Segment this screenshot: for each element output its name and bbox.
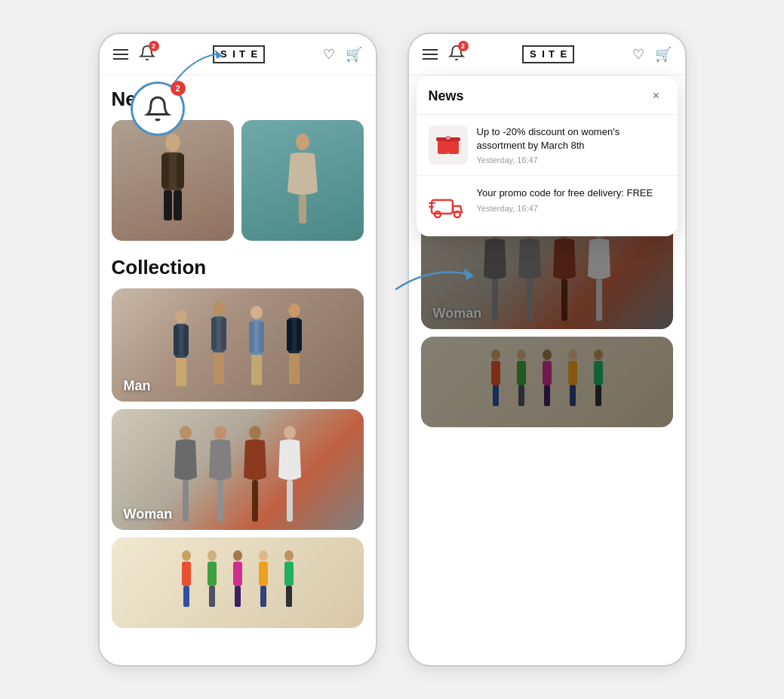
right-logo: S I T E [522,45,574,63]
svg-rect-3 [177,154,184,188]
svg-rect-28 [287,319,292,351]
svg-rect-91 [517,361,526,385]
svg-rect-30 [289,353,294,384]
svg-rect-51 [237,586,241,607]
annotation-badge: 2 [171,81,186,96]
wishlist-icon[interactable]: ♡ [323,46,335,63]
svg-rect-57 [284,562,294,586]
men-collection-label: Man [124,378,151,394]
svg-rect-4 [164,190,172,220]
svg-rect-101 [572,385,576,406]
svg-rect-87 [491,361,500,385]
svg-point-36 [249,426,261,439]
svg-rect-47 [211,586,215,607]
svg-rect-39 [287,480,293,522]
news-item-1-time: Yesterday, 16:47 [477,156,666,165]
news-item-2-text: Your promo code for free delivery: FREE … [477,186,666,212]
news-close-button[interactable]: × [647,87,666,105]
svg-point-94 [543,350,552,360]
new-product-woman[interactable] [241,120,364,241]
svg-rect-12 [176,358,181,386]
svg-rect-41 [182,562,191,586]
svg-rect-29 [297,319,302,351]
svg-rect-83 [561,279,567,321]
svg-marker-61 [464,269,474,280]
svg-rect-24 [251,355,257,385]
left-content: New [100,75,376,648]
right-hamburger-icon[interactable] [423,49,438,60]
svg-rect-10 [174,325,179,356]
svg-point-48 [233,550,242,561]
news-item-1-title: Up to -20% discount on women's assortmen… [477,125,666,152]
right-phone: 2 S I T E ♡ 🛒 [407,32,687,667]
svg-rect-79 [492,279,498,321]
new-products-grid [112,120,364,241]
bell-button[interactable]: 2 [139,45,155,64]
gift-icon [429,125,468,165]
svg-point-52 [259,550,268,561]
svg-rect-2 [161,154,169,188]
women-collection-card[interactable]: Woman [112,409,364,530]
annotation-overlay: 2 [131,82,185,136]
svg-rect-53 [259,562,268,586]
svg-rect-49 [233,562,242,586]
news-panel: News × Up to -20% di [417,76,678,236]
svg-point-90 [517,350,526,360]
svg-rect-19 [219,353,224,384]
svg-rect-43 [186,586,189,607]
svg-point-38 [284,426,296,439]
svg-rect-59 [288,586,292,607]
svg-point-86 [491,350,500,360]
svg-point-113 [454,211,460,217]
svg-rect-106 [438,140,448,154]
svg-rect-93 [521,385,524,406]
news-panel-title: News [429,88,464,104]
new-product-man[interactable] [112,120,234,241]
header-right-group: ♡ 🛒 [323,46,362,63]
right-bell-button[interactable]: 2 [448,45,465,64]
right-notification-badge: 2 [458,41,469,51]
svg-rect-105 [598,385,601,406]
svg-marker-60 [215,50,223,59]
svg-point-0 [165,134,180,152]
news-item-2[interactable]: Your promo code for free delivery: FREE … [417,175,678,236]
hamburger-icon[interactable] [113,49,128,60]
left-header: 2 S I T E ♡ 🛒 [100,34,376,75]
svg-point-44 [208,550,217,561]
svg-rect-111 [432,200,453,214]
svg-point-14 [213,302,225,316]
svg-rect-37 [252,480,258,522]
svg-point-34 [214,426,226,439]
svg-rect-16 [211,318,217,350]
svg-rect-33 [183,480,189,522]
svg-point-110 [446,135,450,140]
cart-icon[interactable]: 🛒 [346,46,362,63]
svg-point-26 [288,303,300,317]
right-wishlist-icon[interactable]: ♡ [632,46,644,63]
svg-rect-18 [214,353,219,384]
truck-icon [429,186,468,226]
kids-collection-card[interactable] [112,537,364,628]
news-item-2-time: Yesterday, 16:47 [477,204,666,213]
svg-rect-45 [208,562,217,586]
women-collection-label: Woman [124,507,173,522]
svg-rect-31 [294,353,300,384]
right-kids-card [421,337,673,427]
collection-section-title: Collection [112,256,364,279]
svg-point-32 [180,426,192,439]
news-item-1[interactable]: Up to -20% discount on women's assortmen… [417,114,678,175]
right-header-right: ♡ 🛒 [632,46,672,63]
svg-rect-22 [249,322,254,353]
svg-rect-99 [568,361,577,385]
svg-point-40 [182,550,191,561]
news-header: News × [417,76,678,114]
svg-rect-35 [217,480,223,522]
men-collection-card[interactable]: Man [112,288,364,402]
svg-rect-107 [448,140,459,154]
svg-rect-95 [543,361,552,385]
right-header-left: 2 [423,45,465,64]
svg-point-102 [594,350,603,360]
news-item-1-text: Up to -20% discount on women's assortmen… [477,125,666,165]
svg-rect-11 [183,325,189,356]
right-cart-icon[interactable]: 🛒 [655,46,672,63]
